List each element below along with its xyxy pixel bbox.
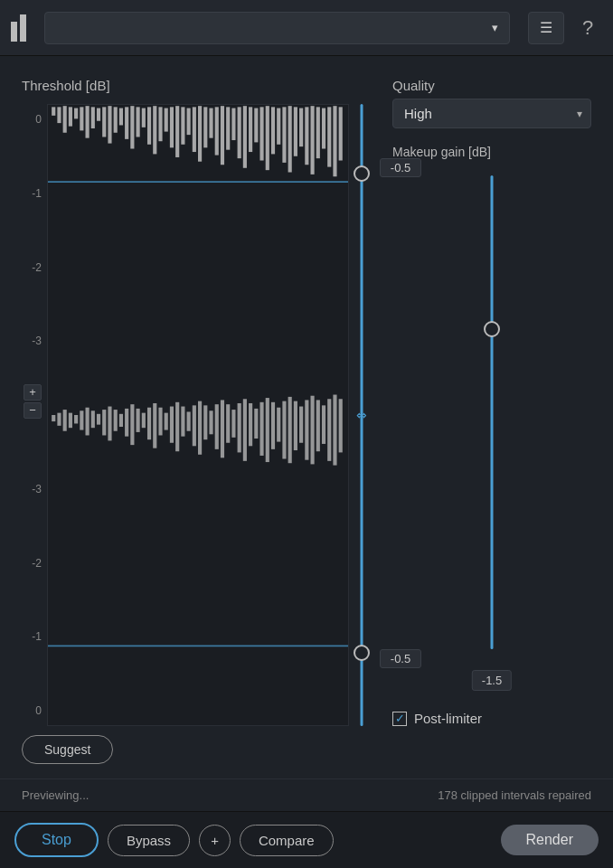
- svg-rect-37: [259, 107, 263, 160]
- svg-rect-62: [108, 407, 111, 441]
- svg-rect-87: [249, 403, 252, 446]
- svg-rect-4: [74, 108, 78, 119]
- svg-rect-42: [288, 106, 292, 172]
- zoom-in-button[interactable]: +: [24, 384, 42, 401]
- svg-rect-66: [130, 404, 134, 445]
- svg-rect-76: [187, 411, 191, 430]
- svg-rect-27: [203, 107, 207, 147]
- help-button[interactable]: ?: [573, 16, 602, 40]
- svg-rect-82: [221, 400, 224, 458]
- threshold-top-handle[interactable]: [354, 165, 370, 182]
- threshold-section: Threshold [dB] 0 -1 -2 -3 x -3 -2 -1 0: [22, 78, 374, 726]
- svg-rect-1: [57, 107, 61, 123]
- svg-rect-11: [114, 107, 118, 132]
- post-limiter-checkbox[interactable]: ✓: [392, 712, 407, 726]
- preset-dropdown[interactable]: ▾: [44, 12, 510, 44]
- previewing-status: Previewing...: [22, 788, 89, 802]
- menu-icon: ☰: [540, 19, 552, 36]
- svg-rect-94: [288, 397, 292, 463]
- quality-select-wrap: High Standard Low ▾: [392, 99, 591, 128]
- svg-rect-39: [271, 107, 275, 154]
- svg-rect-8: [97, 108, 100, 121]
- svg-rect-69: [147, 408, 151, 439]
- svg-rect-0: [52, 107, 55, 115]
- svg-rect-26: [198, 106, 202, 162]
- svg-rect-92: [277, 408, 280, 442]
- slider-link-icon: ⇔: [356, 408, 367, 422]
- svg-rect-41: [282, 107, 286, 163]
- threshold-top-value[interactable]: -0.5: [380, 158, 421, 177]
- svg-rect-29: [215, 107, 219, 155]
- svg-rect-98: [311, 396, 315, 465]
- zoom-buttons: + −: [24, 384, 42, 419]
- svg-rect-103: [339, 399, 343, 452]
- svg-rect-40: [277, 108, 280, 145]
- logo-bar-left: [11, 22, 17, 42]
- quality-label: Quality: [392, 78, 591, 93]
- svg-rect-75: [181, 407, 184, 437]
- svg-rect-95: [294, 401, 297, 450]
- zoom-out-button[interactable]: −: [24, 402, 42, 419]
- svg-rect-79: [203, 405, 207, 439]
- svg-rect-57: [80, 410, 83, 429]
- logo-bar-right: [20, 14, 26, 42]
- svg-rect-7: [91, 107, 95, 128]
- main-content: Threshold [dB] 0 -1 -2 -3 x -3 -2 -1 0: [0, 56, 613, 778]
- bypass-button[interactable]: Bypass: [108, 825, 190, 856]
- makeup-gain-value[interactable]: -1.5: [472, 670, 512, 691]
- svg-rect-36: [254, 108, 258, 143]
- quality-row: Quality High Standard Low ▾: [392, 78, 591, 128]
- svg-rect-13: [125, 107, 128, 138]
- stop-button[interactable]: Stop: [14, 823, 99, 857]
- suggest-button[interactable]: Suggest: [22, 735, 113, 764]
- svg-rect-102: [333, 395, 336, 466]
- svg-rect-85: [238, 403, 241, 452]
- svg-rect-17: [147, 107, 151, 144]
- svg-rect-97: [305, 400, 308, 459]
- app-logo: [11, 14, 26, 42]
- post-limiter-label: Post-limiter: [414, 711, 482, 726]
- svg-rect-18: [153, 106, 156, 154]
- svg-rect-33: [238, 107, 241, 158]
- threshold-bottom-handle[interactable]: [354, 645, 370, 661]
- svg-rect-77: [193, 405, 196, 446]
- bottom-buttons: Stop Bypass + Compare Render: [0, 811, 613, 868]
- makeup-gain-label: Makeup gain [dB]: [392, 145, 591, 159]
- svg-rect-80: [209, 410, 212, 434]
- svg-rect-20: [165, 108, 168, 132]
- svg-rect-47: [316, 107, 320, 158]
- svg-rect-67: [137, 409, 140, 432]
- svg-rect-72: [165, 413, 168, 430]
- svg-rect-70: [153, 403, 156, 448]
- svg-rect-51: [339, 107, 343, 160]
- svg-rect-99: [316, 400, 320, 451]
- svg-rect-81: [215, 404, 219, 449]
- svg-rect-50: [333, 106, 336, 176]
- svg-rect-86: [243, 399, 247, 461]
- svg-rect-12: [119, 108, 123, 126]
- waveform-slider-wrap: ⇔ -0.5 -0.5 + −: [47, 104, 374, 726]
- svg-rect-53: [57, 413, 61, 426]
- compare-button[interactable]: Compare: [240, 825, 334, 856]
- svg-rect-61: [102, 410, 106, 435]
- svg-rect-25: [193, 107, 196, 152]
- svg-rect-90: [266, 398, 269, 462]
- quality-select[interactable]: High Standard Low: [392, 99, 591, 128]
- svg-rect-3: [69, 107, 72, 126]
- threshold-slider-track-container: ⇔ -0.5 -0.5: [349, 104, 374, 726]
- render-button[interactable]: Render: [501, 825, 599, 855]
- svg-rect-93: [282, 401, 286, 459]
- svg-rect-32: [231, 108, 235, 140]
- threshold-label: Threshold [dB]: [22, 78, 374, 93]
- menu-button[interactable]: ☰: [528, 12, 564, 44]
- preset-dropdown-wrap: ▾: [44, 12, 510, 44]
- svg-rect-60: [97, 414, 100, 425]
- svg-rect-58: [86, 408, 90, 436]
- svg-rect-45: [305, 107, 308, 165]
- makeup-gain-handle[interactable]: [484, 321, 500, 337]
- svg-rect-15: [137, 107, 140, 137]
- threshold-bottom-value[interactable]: -0.5: [380, 649, 421, 668]
- preset-dropdown-arrow: ▾: [492, 21, 498, 34]
- plus-button[interactable]: +: [199, 825, 231, 856]
- svg-rect-2: [63, 106, 67, 133]
